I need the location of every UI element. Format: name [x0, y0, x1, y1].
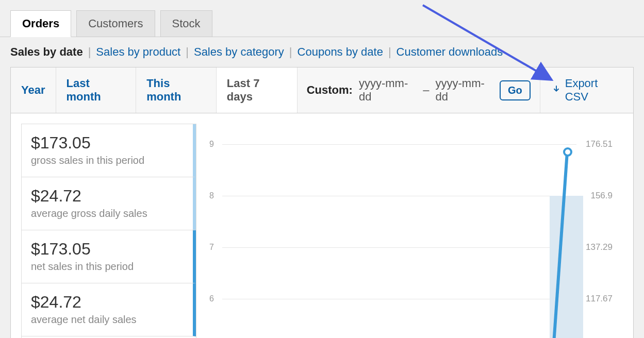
download-icon: [552, 83, 561, 97]
custom-range-sep: –: [423, 83, 429, 97]
sales-chart[interactable]: 9 176.51 8 156.9 7 137.29 6 117.67: [207, 124, 623, 338]
tab-orders[interactable]: Orders: [10, 10, 71, 37]
y-right-tick: 176.51: [586, 139, 613, 149]
chart-data-point: [563, 147, 572, 157]
report-body: $173.05 gross sales in this period $24.7…: [11, 113, 633, 338]
go-button[interactable]: Go: [500, 80, 531, 100]
y-left-tick: 8: [209, 191, 214, 200]
stat-gross-sales[interactable]: $173.05 gross sales in this period: [22, 124, 196, 177]
custom-from-input[interactable]: yyyy-mm-dd: [359, 77, 417, 104]
report-subnav: Sales by date | Sales by product | Sales…: [0, 37, 644, 67]
y-left-tick: 9: [209, 140, 214, 149]
stat-value: $173.05: [31, 133, 184, 153]
date-range-row: Year Last month This month Last 7 days C…: [11, 67, 633, 113]
stat-avg-net-daily[interactable]: $24.72 average net daily sales: [22, 283, 196, 336]
tab-stock[interactable]: Stock: [160, 10, 212, 37]
subnav-sep: |: [88, 45, 91, 59]
subnav-sep: |: [388, 45, 391, 59]
y-right-tick: 156.9: [590, 191, 613, 201]
subnav-coupons-by-date[interactable]: Coupons by date: [298, 45, 383, 59]
range-custom: Custom: yyyy-mm-dd – yyyy-mm-dd Go: [298, 67, 540, 113]
stat-net-sales[interactable]: $173.05 net sales in this period: [22, 230, 196, 283]
custom-label: Custom:: [307, 83, 353, 97]
stat-avg-gross-daily[interactable]: $24.72 average gross daily sales: [22, 177, 196, 230]
stats-sidebar: $173.05 gross sales in this period $24.7…: [21, 124, 196, 338]
y-left-tick: 6: [209, 294, 214, 303]
export-csv[interactable]: Export CSV: [540, 67, 633, 113]
stat-value: $24.72: [31, 293, 184, 312]
y-right-tick: 137.29: [586, 242, 613, 252]
range-this-month[interactable]: This month: [136, 67, 217, 113]
y-right-tick: 117.67: [586, 294, 613, 304]
report-panel: Year Last month This month Last 7 days C…: [10, 67, 634, 338]
stat-label: average net daily sales: [31, 314, 184, 326]
stat-label: net sales in this period: [31, 261, 184, 273]
range-year[interactable]: Year: [11, 67, 56, 113]
subnav-sep: |: [289, 45, 292, 59]
custom-to-input[interactable]: yyyy-mm-dd: [436, 77, 493, 104]
range-last-month[interactable]: Last month: [56, 67, 137, 113]
stat-label: gross sales in this period: [31, 155, 184, 166]
subnav-sales-by-category[interactable]: Sales by category: [194, 45, 284, 59]
subnav-current: Sales by date: [10, 45, 83, 59]
stat-value: $24.72: [31, 187, 184, 206]
subnav-sep: |: [186, 45, 189, 59]
stat-value: $173.05: [31, 240, 184, 259]
y-left-tick: 7: [209, 243, 214, 252]
export-csv-label: Export CSV: [565, 77, 622, 104]
subnav-customer-downloads[interactable]: Customer downloads: [397, 45, 503, 59]
subnav-sales-by-product[interactable]: Sales by product: [96, 45, 180, 59]
tab-customers[interactable]: Customers: [76, 10, 155, 37]
stat-label: average gross daily sales: [31, 208, 184, 219]
range-last-7-days[interactable]: Last 7 days: [217, 67, 298, 113]
main-tabs: Orders Customers Stock: [0, 0, 644, 37]
